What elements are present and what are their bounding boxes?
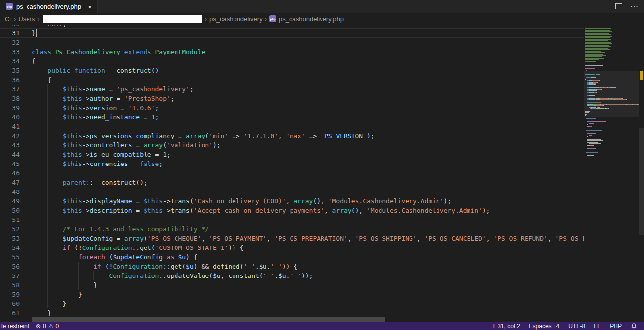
indentation-setting[interactable]: Espaces : 4 [529,323,560,330]
code-line[interactable]: 50 $this->description = $this->trans('Ac… [0,206,584,215]
code-line[interactable]: 53 $updateConfig = array('PS_OS_CHEQUE',… [0,234,584,243]
indent-guide [47,206,48,215]
restricted-mode-badge[interactable]: le restreint [1,323,29,330]
unsaved-dot-icon[interactable]: ● [88,4,91,9]
minimap-line [585,52,606,53]
breadcrumb-file[interactable]: php ps_cashondelivery.php [269,15,344,23]
line-content: $this->author = 'PrestaShop'; [20,94,584,103]
minimap-line [585,112,589,113]
minimap-line [586,149,586,150]
line-content: $this->version = '1.0.6'; [20,103,584,112]
line-content: exit; [20,25,584,28]
minimap-line [587,140,603,141]
indent-guide [47,262,48,271]
language-mode[interactable]: PHP [610,323,622,330]
code-line[interactable]: 32 [0,38,584,47]
code-line[interactable]: 49 $this->displayName = $this->trans('Ca… [0,196,584,206]
code-line[interactable]: 33class Ps_Cashondelivery extends Paymen… [0,47,584,56]
minimap[interactable] [584,25,639,322]
editor-actions: ⋯ [615,0,638,13]
indent-guide [47,103,48,112]
cursor-position[interactable]: L 31, col 2 [493,323,520,330]
code-line[interactable]: 39 $this->version = '1.0.6'; [0,103,584,112]
minimap-line [587,124,588,125]
code-line[interactable]: 48 [0,187,584,196]
chevron-right-icon: › [265,15,267,23]
code-line[interactable]: 60 } [0,299,584,308]
minimap-line [586,152,598,153]
line-number: 60 [0,299,20,308]
more-actions-icon[interactable]: ⋯ [630,3,638,9]
split-editor-icon[interactable] [615,3,622,9]
breadcrumb-folder[interactable]: ps_cashondelivery [209,15,263,23]
tab-ps-cashondelivery[interactable]: php ps_cashondelivery.php ● [0,0,98,13]
vertical-scrollbar[interactable] [639,25,644,322]
breadcrumb-drive[interactable]: C: [5,15,11,23]
code-area[interactable]: 30 exit;31}3233class Ps_Cashondelivery e… [0,25,584,322]
code-line[interactable]: 57 Configuration::updateValue($u, consta… [0,271,584,280]
line-content: $this->name = 'ps_cashondelivery'; [20,84,584,94]
minimap-line [611,87,615,88]
code-line[interactable]: 44 $this->is_eu_compatible = 1; [0,150,584,159]
vertical-scrollbar-slider[interactable] [639,128,644,235]
code-line[interactable]: 56 if (!Configuration::get($u) && define… [0,262,584,271]
code-line[interactable]: 37 $this->name = 'ps_cashondelivery'; [0,84,584,94]
minimap-line [590,87,598,88]
line-content: { [20,56,584,66]
code-line[interactable]: 36 { [0,75,584,84]
problems-indicator[interactable]: ⊗ 0 ⚠ 0 [36,323,59,330]
line-number: 41 [0,122,20,131]
minimap-line [585,61,596,62]
minimap-line [585,36,612,37]
code-line[interactable]: 35 public function __construct() [0,66,584,75]
code-line[interactable]: 34{ [0,56,584,66]
line-number: 33 [0,47,20,56]
code-line[interactable]: 51 [0,215,584,224]
code-line[interactable]: 54 if (!Configuration::get('CUSTOM_OS_ST… [0,243,584,252]
minimap-line [612,98,622,99]
status-bar-right: L 31, col 2 Espaces : 4 UTF-8 LF PHP [493,323,644,330]
code-line[interactable]: 58 } [0,280,584,290]
minimap-line [591,77,595,78]
indent-guide [47,94,48,103]
code-line[interactable]: 42 $this->ps_versions_compliancy = array… [0,131,584,140]
code-line[interactable]: 61 } [0,308,584,318]
eol-setting[interactable]: LF [594,323,601,330]
code-line[interactable]: 38 $this->author = 'PrestaShop'; [0,94,584,103]
code-line[interactable]: 47 parent::__construct(); [0,178,584,187]
code-line[interactable]: 46 [0,168,584,178]
code-line[interactable]: 41 [0,122,584,131]
encoding-setting[interactable]: UTF-8 [568,323,585,330]
minimap-line [586,70,588,71]
minimap-line [585,54,603,55]
minimap-line [586,154,586,155]
code-line[interactable]: 40 $this->need_instance = 1; [0,112,584,122]
line-content [20,215,584,224]
line-content: $this->displayName = $this->trans('Cash … [20,196,584,206]
code-line[interactable]: 52 /* For 1.4.3 and less compatibility *… [0,224,584,234]
code-line[interactable]: 30 exit; [0,25,584,28]
indent-guide [93,271,94,280]
breadcrumb-file-label: ps_cashondelivery.php [279,15,344,23]
breadcrumb-users[interactable]: Users [18,15,35,23]
minimap-line [585,115,586,116]
minimap-line [590,99,594,100]
line-content: parent::__construct(); [20,178,584,187]
php-file-icon: php [269,15,276,22]
minimap-line [586,74,592,75]
minimap-line [589,105,593,106]
indent-guide [47,224,48,234]
notifications-bell-icon[interactable] [631,323,637,329]
code-line[interactable]: 45 $this->currencies = false; [0,159,584,168]
minimap-line [590,90,596,91]
code-line[interactable]: 59 } [0,290,584,299]
code-line[interactable]: 43 $this->controllers = array('validatio… [0,140,584,150]
chevron-right-icon: › [37,15,39,23]
minimap-line [586,132,586,133]
indent-guide [47,196,48,206]
minimap-line [601,89,602,90]
code-line[interactable]: 31} [0,28,584,38]
minimap-line [585,74,586,75]
minimap-line [597,110,601,110]
code-line[interactable]: 55 foreach ($updateConfig as $u) { [0,252,584,262]
